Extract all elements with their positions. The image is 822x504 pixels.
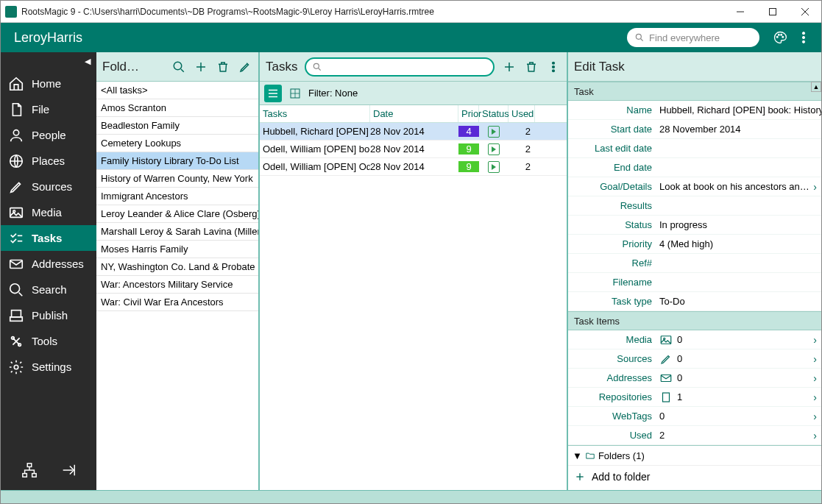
minimize-button[interactable] [724, 1, 757, 23]
folder-icon [585, 450, 595, 461]
add-to-folder-button[interactable]: Add to folder [568, 466, 821, 488]
col-date[interactable]: Date [370, 105, 458, 122]
field-addresses[interactable]: 0› [656, 372, 821, 385]
palette-button[interactable] [770, 27, 790, 48]
label-used: Used [568, 430, 656, 441]
database-name: LeroyHarris [7, 30, 627, 46]
col-status[interactable]: Status [479, 105, 509, 122]
sidebar-item-sources[interactable]: Sources [1, 174, 96, 199]
folder-row[interactable]: Amos Scranton [96, 99, 258, 117]
task-add-icon[interactable] [502, 60, 517, 74]
svg-rect-50 [661, 375, 671, 381]
sidebar-item-tools[interactable]: Tools [1, 328, 96, 354]
svg-rect-23 [10, 316, 23, 321]
sidebar-item-places[interactable]: Places [1, 148, 96, 174]
link-tree-icon[interactable] [21, 462, 38, 481]
svg-point-9 [782, 36, 784, 38]
tasks-title: Tasks [266, 60, 297, 74]
field-goal[interactable]: Look at book on his ancestors an…› [656, 181, 821, 192]
label-end-date: End date [568, 162, 656, 173]
task-more-icon[interactable] [546, 60, 561, 74]
sidebar-item-settings[interactable]: Settings [1, 354, 96, 380]
col-tasks[interactable]: Tasks [260, 105, 370, 122]
pen-icon [659, 352, 673, 366]
folder-row[interactable]: Moses Harris Family [96, 241, 258, 258]
svg-rect-29 [32, 474, 35, 478]
filter-text[interactable]: Filter: None [308, 88, 358, 99]
grid-view-button[interactable] [286, 85, 304, 102]
folders-section-header[interactable]: ▼ Folders (1) [568, 445, 821, 466]
folder-row[interactable]: Marshall Leroy & Sarah Lavina (Miller) H… [96, 223, 258, 241]
list-view-button[interactable] [264, 85, 282, 102]
task-row[interactable]: Hubbell, Richard [OPEN] bo28 Nov 201442 [260, 123, 567, 141]
global-search-input[interactable]: Find everywhere [627, 28, 759, 47]
col-priority[interactable]: Prior [458, 105, 479, 122]
label-webtags: WebTags [568, 411, 656, 422]
chevron-right-icon: › [813, 181, 817, 192]
folder-edit-icon[interactable] [238, 60, 252, 74]
task-delete-icon[interactable] [524, 60, 539, 74]
folders-title: Fold… [102, 60, 139, 74]
more-menu-button[interactable] [793, 27, 814, 48]
close-button[interactable] [789, 1, 821, 23]
scroll-up-icon[interactable]: ▲ [811, 82, 821, 92]
field-task-type[interactable]: To-Do [656, 296, 821, 307]
col-used[interactable]: Used [509, 105, 535, 122]
sidebar-item-addresses[interactable]: Addresses [1, 251, 96, 277]
tasks-search-input[interactable] [305, 57, 495, 77]
svg-point-13 [13, 129, 18, 135]
left-sidebar: ◀ HomeFilePeoplePlacesSourcesMediaTasksA… [1, 52, 96, 490]
field-sources[interactable]: 0› [656, 352, 821, 366]
folder-delete-icon[interactable] [216, 60, 230, 74]
go-to-icon[interactable] [60, 462, 77, 481]
folder-add-icon[interactable] [194, 60, 208, 74]
search-icon [634, 32, 645, 43]
statusbar [1, 490, 821, 503]
sidebar-collapse-icon[interactable]: ◀ [1, 55, 96, 71]
folder-row[interactable]: NY, Washington Co. Land & Probate Reco [96, 258, 258, 276]
folder-row[interactable]: War: Civil War Era Ancestors [96, 294, 258, 311]
folder-search-icon[interactable] [171, 60, 186, 74]
sidebar-item-file[interactable]: File [1, 96, 96, 122]
task-table: Tasks Date Prior Status Used Hubbell, Ri… [260, 105, 567, 176]
svg-point-8 [781, 34, 782, 35]
folder-row[interactable]: Leroy Leander & Alice Clare (Osberg) Har [96, 205, 258, 223]
maximize-button[interactable] [757, 1, 789, 23]
svg-point-20 [10, 283, 20, 293]
field-media[interactable]: 0› [656, 333, 821, 347]
folder-row[interactable]: Family History Library To-Do List [96, 152, 258, 170]
task-row[interactable]: Odell, William [OPEN] book28 Nov 201492 [260, 141, 567, 158]
sidebar-item-media[interactable]: Media [1, 199, 96, 225]
sidebar-item-home[interactable]: Home [1, 71, 96, 96]
sidebar-item-publish[interactable]: Publish [1, 302, 96, 328]
label-task-type: Task type [568, 296, 656, 307]
sidebar-item-search[interactable]: Search [1, 277, 96, 302]
field-webtags[interactable]: 0› [656, 411, 821, 422]
folder-row[interactable]: Cemetery Lookups [96, 135, 258, 152]
sidebar-item-tasks[interactable]: Tasks [1, 225, 96, 251]
label-filename: Filename [568, 277, 656, 288]
window-title: RootsMagic 9 - C:\Users\harri\Documents\… [21, 7, 724, 17]
folder-row[interactable]: War: Ancestors Military Service [96, 276, 258, 294]
label-repositories: Repositories [568, 391, 656, 402]
folder-row[interactable]: Immigrant Ancestors [96, 188, 258, 205]
svg-point-7 [779, 34, 780, 35]
svg-point-26 [14, 365, 18, 369]
label-media: Media [568, 334, 656, 345]
folder-row[interactable]: Beadleston Family [96, 117, 258, 135]
field-priority[interactable]: 4 (Med high) [656, 238, 821, 249]
folders-panel: Fold… <All tasks>Amos ScrantonBeadleston… [96, 52, 260, 490]
field-start-date[interactable]: 28 November 2014 [656, 124, 821, 135]
sidebar-item-people[interactable]: People [1, 122, 96, 148]
svg-point-4 [636, 34, 641, 39]
field-used[interactable]: 2› [656, 430, 821, 441]
field-status[interactable]: In progress [656, 219, 821, 230]
svg-rect-28 [22, 474, 26, 478]
field-name[interactable]: Hubbell, Richard [OPEN] book: History o [656, 104, 821, 116]
task-row[interactable]: Odell, William [OPEN] Odell28 Nov 201492 [260, 158, 567, 176]
folder-row[interactable]: History of Warren County, New York [96, 170, 258, 188]
field-repositories[interactable]: 1› [656, 391, 821, 404]
svg-point-10 [802, 32, 804, 35]
folder-row[interactable]: <All tasks> [96, 82, 258, 99]
svg-rect-27 [27, 464, 32, 467]
